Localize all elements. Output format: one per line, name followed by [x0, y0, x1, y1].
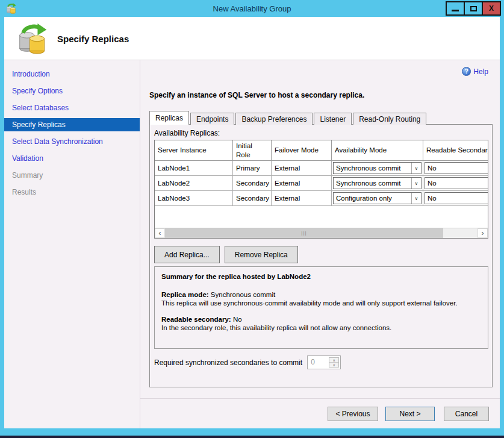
table-row[interactable]: LabNode2 Secondary External Synchronous … [155, 176, 488, 191]
tab-replicas[interactable]: Replicas [149, 111, 189, 125]
required-secondaries-value: 0 [308, 356, 329, 369]
window-border-bottom [0, 428, 504, 436]
sidebar-item-results: Results [4, 186, 140, 199]
sidebar-item-specify-options[interactable]: Specify Options [4, 84, 140, 98]
main-content: ? Help Specify an instance of SQL Server… [140, 60, 500, 428]
sidebar-item-specify-replicas[interactable]: Specify Replicas [4, 118, 140, 131]
readable-secondary-line: Readable secondary: No [161, 315, 481, 324]
cell-availability-mode: Synchronous commit ∨ [332, 176, 423, 190]
scroll-right-icon: › [482, 230, 484, 237]
title-bar[interactable]: New Availability Group X [0, 0, 504, 17]
tab-endpoints[interactable]: Endpoints [190, 113, 234, 125]
minimize-button[interactable] [446, 1, 465, 16]
scrollbar-track[interactable]: ||| [165, 228, 478, 238]
previous-button[interactable]: < Previous [328, 407, 378, 421]
replica-summary-box: Summary for the replica hosted by LabNod… [154, 266, 488, 349]
readable-secondary-dropdown[interactable]: No [425, 162, 488, 174]
availability-mode-dropdown[interactable]: Configuration only ∨ [333, 192, 422, 204]
replica-mode-line: Replica mode: Synchronous commit [161, 290, 481, 299]
readable-secondary-description: In the secondary role, this availability… [161, 324, 481, 332]
replica-actions: Add Replica... Remove Replica [154, 246, 298, 263]
maximize-button[interactable] [464, 1, 483, 16]
grid-empty-area [155, 206, 488, 228]
spinner-down-button[interactable]: ∨ [329, 363, 338, 367]
cancel-button[interactable]: Cancel [444, 407, 489, 421]
scroll-right-button[interactable]: › [478, 228, 488, 238]
cell-server-instance: LabNode2 [155, 176, 233, 190]
cell-failover-mode: External [272, 176, 332, 190]
chevron-down-icon: ∨ [411, 178, 421, 189]
window-title: New Availability Group [213, 4, 291, 13]
horizontal-scrollbar: ‹ ||| › [155, 228, 488, 238]
availability-replicas-grid: Server Instance Initial Role Failover Mo… [154, 140, 488, 239]
grid-header-row: Server Instance Initial Role Failover Mo… [155, 140, 488, 161]
scroll-left-icon: ‹ [159, 230, 161, 237]
help-label: Help [473, 67, 488, 76]
desktop-edge [0, 436, 504, 438]
sidebar-item-validation[interactable]: Validation [4, 152, 140, 165]
tab-read-only-routing[interactable]: Read-Only Routing [353, 113, 426, 125]
availability-mode-dropdown[interactable]: Synchronous commit ∨ [333, 177, 422, 189]
sidebar-item-select-databases[interactable]: Select Databases [4, 101, 140, 114]
replicas-tab-panel: Availability Replicas: Server Instance I… [149, 124, 493, 387]
tab-backup-preferences[interactable]: Backup Preferences [235, 113, 313, 125]
close-button[interactable]: X [482, 1, 501, 16]
remove-replica-button[interactable]: Remove Replica [225, 246, 298, 263]
scrollbar-thumb[interactable]: ||| [165, 228, 443, 238]
page-title: Specify Replicas [57, 34, 129, 44]
wizard-header: Specify Replicas [4, 17, 500, 60]
commit-secondaries-label: Required synchronized secondaries to com… [154, 358, 302, 367]
minimize-icon [452, 10, 459, 11]
readable-secondary-label: Readable secondary: [161, 316, 231, 323]
next-button[interactable]: Next > [385, 407, 435, 421]
cell-readable-secondary: No [423, 176, 488, 190]
readable-secondary-value: No [233, 316, 242, 323]
chevron-down-icon: ∨ [411, 193, 421, 204]
table-row[interactable]: LabNode1 Primary External Synchronous co… [155, 161, 488, 176]
window-border-right [500, 17, 504, 436]
maximize-icon [470, 6, 477, 11]
help-link[interactable]: ? Help [462, 67, 488, 76]
cell-initial-role: Secondary [233, 176, 272, 190]
readable-secondary-dropdown[interactable]: No [425, 177, 488, 189]
chevron-down-icon: ∨ [411, 163, 421, 174]
cell-readable-secondary: No [423, 161, 488, 175]
new-availability-group-dialog: New Availability Group X Specify Replica… [0, 0, 504, 438]
wizard-footer: < Previous Next > Cancel [140, 398, 500, 428]
sidebar-item-select-data-synchronization[interactable]: Select Data Synchronization [4, 135, 140, 148]
table-row[interactable]: LabNode3 Secondary External Configuratio… [155, 191, 488, 206]
window-border-left [0, 17, 4, 436]
cell-failover-mode: External [272, 191, 332, 205]
cell-availability-mode: Synchronous commit ∨ [332, 161, 423, 175]
cell-initial-role: Secondary [233, 191, 272, 205]
readable-secondary-dropdown[interactable]: No [425, 192, 488, 204]
help-icon: ? [462, 67, 471, 76]
column-header-failover-mode[interactable]: Failover Mode [272, 140, 332, 160]
cell-server-instance: LabNode1 [155, 161, 233, 175]
sidebar-item-introduction[interactable]: Introduction [4, 67, 140, 81]
spinner-buttons: ∧ ∨ [329, 357, 339, 368]
replicas-database-icon [17, 22, 49, 55]
availability-mode-dropdown[interactable]: Synchronous commit ∨ [333, 162, 422, 174]
add-replica-button[interactable]: Add Replica... [154, 246, 220, 263]
sidebar-item-summary: Summary [4, 169, 140, 182]
window-controls: X [447, 1, 501, 16]
required-secondaries-spinner[interactable]: 0 ∧ ∨ [307, 355, 341, 369]
column-header-availability-mode[interactable]: Availability Mode [332, 140, 423, 160]
replica-mode-label: Replica mode: [161, 291, 209, 298]
thumb-grip-icon: ||| [301, 231, 306, 236]
cell-availability-mode: Configuration only ∨ [332, 191, 423, 205]
chevron-down-icon: ∨ [332, 363, 335, 367]
commit-secondaries-row: Required synchronized secondaries to com… [154, 355, 341, 369]
cell-initial-role: Primary [233, 161, 272, 175]
column-header-server-instance[interactable]: Server Instance [155, 140, 233, 160]
wizard-steps-sidebar: Introduction Specify Options Select Data… [4, 60, 140, 428]
spinner-up-button[interactable]: ∧ [329, 358, 338, 363]
column-header-readable-secondary[interactable]: Readable Secondary [423, 140, 488, 160]
scroll-left-button[interactable]: ‹ [155, 228, 165, 238]
tab-listener[interactable]: Listener [314, 113, 352, 125]
chevron-up-icon: ∧ [332, 358, 335, 362]
tab-strip: Replicas Endpoints Backup Preferences Li… [149, 111, 428, 125]
column-header-initial-role[interactable]: Initial Role [233, 140, 272, 160]
cell-server-instance: LabNode3 [155, 191, 233, 205]
